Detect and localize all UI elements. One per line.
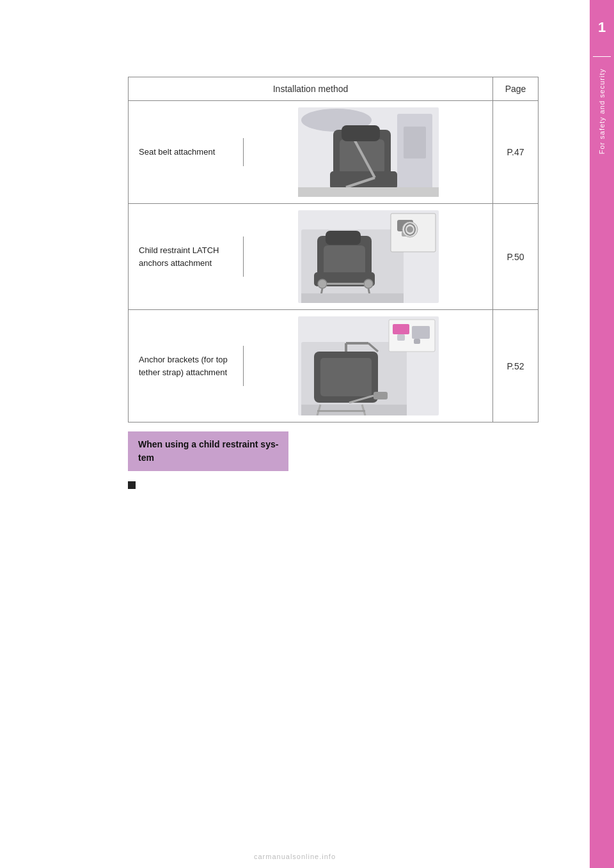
svg-rect-7 xyxy=(342,125,380,141)
latch-image xyxy=(298,210,439,303)
seat-belt-image xyxy=(298,107,439,197)
method-cell-3: Anchor brackets (for top tether strap) a… xyxy=(129,346,244,386)
page-label-3: P.52 xyxy=(507,361,524,371)
method-label-2: Child restraint LATCH anchors attachment xyxy=(139,244,219,269)
square-icon xyxy=(128,481,136,489)
page-label-2: P.50 xyxy=(507,252,524,262)
table-row: Anchor brackets (for top tether strap) a… xyxy=(129,310,538,422)
sidebar-number: 1 xyxy=(598,19,606,36)
svg-point-17 xyxy=(318,279,327,288)
svg-rect-31 xyxy=(320,358,372,396)
svg-rect-9 xyxy=(404,127,426,159)
page-cell-3: P.52 xyxy=(493,361,538,371)
watermark-text: carmanualsonline.info xyxy=(254,853,336,860)
method-cell-1: Seat belt attachment xyxy=(129,138,244,166)
page-cell-1: P.47 xyxy=(493,147,538,157)
sidebar-label: For safety and security xyxy=(598,68,606,154)
header-page: Page xyxy=(493,77,538,100)
svg-rect-38 xyxy=(393,324,409,334)
table-row: Child restraint LATCH anchors attachment xyxy=(129,204,538,310)
svg-rect-40 xyxy=(412,326,430,339)
svg-rect-41 xyxy=(414,339,420,344)
method-label-3: Anchor brackets (for top tether strap) a… xyxy=(139,353,228,378)
svg-point-26 xyxy=(407,226,413,233)
svg-rect-16 xyxy=(326,231,361,245)
svg-point-18 xyxy=(364,279,373,288)
sidebar: 1 For safety and security xyxy=(590,0,614,868)
image-cell-2 xyxy=(244,204,493,309)
image-cell-1 xyxy=(244,101,493,203)
main-content: Installation method Page Seat belt attac… xyxy=(0,0,590,868)
image-cell-3 xyxy=(244,310,493,422)
sidebar-divider xyxy=(593,56,611,57)
info-box-wrapper: When using a child restraint sys- tem xyxy=(128,431,539,471)
svg-rect-39 xyxy=(397,334,405,341)
svg-rect-35 xyxy=(374,392,388,399)
bullet-square xyxy=(128,480,539,492)
svg-rect-27 xyxy=(301,293,404,303)
table-row: Seat belt attachment xyxy=(129,101,538,204)
method-cell-2: Child restraint LATCH anchors attachment xyxy=(129,236,244,277)
info-box: When using a child restraint sys- tem xyxy=(128,431,288,471)
svg-rect-3 xyxy=(340,139,384,174)
anchor-image xyxy=(298,316,439,415)
page-cell-2: P.50 xyxy=(493,252,538,262)
header-method: Installation method xyxy=(129,77,493,100)
info-box-title: When using a child restraint sys- tem xyxy=(138,439,278,463)
table-header: Installation method Page xyxy=(129,77,538,101)
svg-rect-10 xyxy=(298,187,439,197)
page-label-1: P.47 xyxy=(507,147,524,157)
watermark: carmanualsonline.info xyxy=(0,853,590,860)
installation-table: Installation method Page Seat belt attac… xyxy=(128,77,539,422)
method-label-1: Seat belt attachment xyxy=(139,146,215,159)
